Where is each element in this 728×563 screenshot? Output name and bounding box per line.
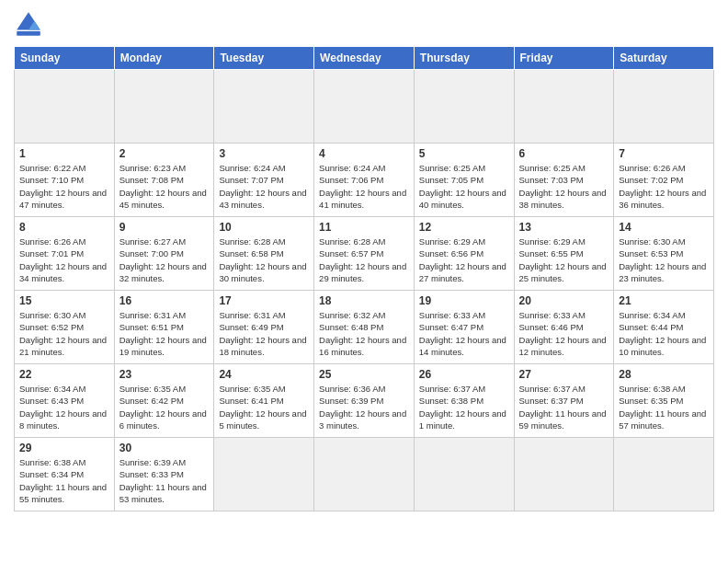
weekday-header: Wednesday — [314, 47, 415, 70]
day-info: Sunrise: 6:24 AM Sunset: 7:06 PM Dayligh… — [319, 162, 409, 211]
weekday-header: Saturday — [614, 47, 714, 70]
calendar-cell — [314, 438, 415, 511]
day-info: Sunrise: 6:36 AM Sunset: 6:39 PM Dayligh… — [319, 383, 409, 431]
day-info: Sunrise: 6:29 AM Sunset: 6:55 PM Dayligh… — [519, 236, 609, 284]
day-info: Sunrise: 6:26 AM Sunset: 7:02 PM Dayligh… — [619, 162, 709, 211]
calendar-cell: 15Sunrise: 6:30 AM Sunset: 6:52 PM Dayli… — [15, 291, 115, 364]
svg-rect-2 — [17, 31, 40, 36]
day-info: Sunrise: 6:28 AM Sunset: 6:57 PM Dayligh… — [319, 236, 409, 284]
day-info: Sunrise: 6:38 AM Sunset: 6:35 PM Dayligh… — [619, 383, 709, 431]
calendar-cell: 6Sunrise: 6:25 AM Sunset: 7:03 PM Daylig… — [514, 144, 614, 217]
calendar-cell — [514, 70, 614, 144]
day-info: Sunrise: 6:38 AM Sunset: 6:34 PM Dayligh… — [19, 456, 109, 505]
day-info: Sunrise: 6:22 AM Sunset: 7:10 PM Dayligh… — [19, 162, 109, 211]
day-info: Sunrise: 6:34 AM Sunset: 6:43 PM Dayligh… — [19, 383, 109, 431]
day-number: 5 — [419, 147, 509, 160]
calendar-cell — [15, 70, 115, 144]
day-info: Sunrise: 6:39 AM Sunset: 6:33 PM Dayligh… — [119, 456, 210, 505]
day-info: Sunrise: 6:30 AM Sunset: 6:52 PM Dayligh… — [19, 309, 109, 358]
day-number: 29 — [19, 442, 109, 454]
day-info: Sunrise: 6:35 AM Sunset: 6:42 PM Dayligh… — [119, 383, 210, 431]
weekday-header: Tuesday — [214, 47, 314, 70]
day-info: Sunrise: 6:33 AM Sunset: 6:47 PM Dayligh… — [419, 309, 509, 358]
weekday-header: Sunday — [15, 47, 115, 70]
day-number: 1 — [19, 147, 109, 160]
calendar-cell: 17Sunrise: 6:31 AM Sunset: 6:49 PM Dayli… — [214, 291, 314, 364]
calendar-cell: 24Sunrise: 6:35 AM Sunset: 6:41 PM Dayli… — [214, 364, 314, 438]
day-number: 27 — [519, 368, 609, 381]
calendar-cell: 12Sunrise: 6:29 AM Sunset: 6:56 PM Dayli… — [414, 217, 514, 291]
calendar-cell — [314, 70, 415, 144]
day-number: 16 — [119, 294, 210, 307]
day-number: 9 — [119, 221, 210, 234]
day-number: 28 — [619, 368, 709, 381]
calendar-cell: 21Sunrise: 6:34 AM Sunset: 6:44 PM Dayli… — [614, 291, 714, 364]
day-info: Sunrise: 6:24 AM Sunset: 7:07 PM Dayligh… — [219, 162, 309, 211]
calendar-cell: 2Sunrise: 6:23 AM Sunset: 7:08 PM Daylig… — [114, 144, 214, 217]
weekday-header: Monday — [114, 47, 214, 70]
day-info: Sunrise: 6:23 AM Sunset: 7:08 PM Dayligh… — [119, 162, 210, 211]
calendar-cell — [214, 70, 314, 144]
calendar-cell: 26Sunrise: 6:37 AM Sunset: 6:38 PM Dayli… — [414, 364, 514, 438]
calendar-cell — [414, 70, 514, 144]
calendar-cell — [614, 70, 714, 144]
day-number: 24 — [219, 368, 309, 381]
calendar-cell: 13Sunrise: 6:29 AM Sunset: 6:55 PM Dayli… — [514, 217, 614, 291]
calendar-cell: 27Sunrise: 6:37 AM Sunset: 6:37 PM Dayli… — [514, 364, 614, 438]
calendar-cell: 19Sunrise: 6:33 AM Sunset: 6:47 PM Dayli… — [414, 291, 514, 364]
calendar-cell — [514, 438, 614, 511]
calendar-cell — [114, 70, 214, 144]
day-number: 8 — [19, 221, 109, 234]
calendar-cell: 1Sunrise: 6:22 AM Sunset: 7:10 PM Daylig… — [15, 144, 115, 217]
day-number: 26 — [419, 368, 509, 381]
weekday-header: Friday — [514, 47, 614, 70]
calendar-cell: 28Sunrise: 6:38 AM Sunset: 6:35 PM Dayli… — [614, 364, 714, 438]
day-number: 18 — [319, 294, 409, 307]
calendar-cell: 7Sunrise: 6:26 AM Sunset: 7:02 PM Daylig… — [614, 144, 714, 217]
calendar-cell: 10Sunrise: 6:28 AM Sunset: 6:58 PM Dayli… — [214, 217, 314, 291]
day-number: 10 — [219, 221, 309, 234]
weekday-header: Thursday — [414, 47, 514, 70]
day-number: 19 — [419, 294, 509, 307]
day-number: 30 — [119, 442, 210, 454]
day-info: Sunrise: 6:37 AM Sunset: 6:38 PM Dayligh… — [419, 383, 509, 431]
calendar-cell: 16Sunrise: 6:31 AM Sunset: 6:51 PM Dayli… — [114, 291, 214, 364]
calendar-cell: 4Sunrise: 6:24 AM Sunset: 7:06 PM Daylig… — [314, 144, 415, 217]
day-info: Sunrise: 6:29 AM Sunset: 6:56 PM Dayligh… — [419, 236, 509, 284]
day-number: 2 — [119, 147, 210, 160]
calendar-cell: 11Sunrise: 6:28 AM Sunset: 6:57 PM Dayli… — [314, 217, 415, 291]
calendar-cell: 8Sunrise: 6:26 AM Sunset: 7:01 PM Daylig… — [15, 217, 115, 291]
calendar-cell: 20Sunrise: 6:33 AM Sunset: 6:46 PM Dayli… — [514, 291, 614, 364]
day-info: Sunrise: 6:31 AM Sunset: 6:49 PM Dayligh… — [219, 309, 309, 358]
day-number: 6 — [519, 147, 609, 160]
day-info: Sunrise: 6:33 AM Sunset: 6:46 PM Dayligh… — [519, 309, 609, 358]
header — [14, 9, 714, 39]
logo — [14, 9, 47, 39]
calendar: SundayMondayTuesdayWednesdayThursdayFrid… — [14, 46, 714, 511]
day-number: 13 — [519, 221, 609, 234]
calendar-cell: 5Sunrise: 6:25 AM Sunset: 7:05 PM Daylig… — [414, 144, 514, 217]
day-info: Sunrise: 6:26 AM Sunset: 7:01 PM Dayligh… — [19, 236, 109, 284]
calendar-cell: 18Sunrise: 6:32 AM Sunset: 6:48 PM Dayli… — [314, 291, 415, 364]
day-info: Sunrise: 6:27 AM Sunset: 7:00 PM Dayligh… — [119, 236, 210, 284]
day-number: 17 — [219, 294, 309, 307]
calendar-cell: 29Sunrise: 6:38 AM Sunset: 6:34 PM Dayli… — [15, 438, 115, 511]
calendar-cell: 9Sunrise: 6:27 AM Sunset: 7:00 PM Daylig… — [114, 217, 214, 291]
day-number: 21 — [619, 294, 709, 307]
calendar-cell — [414, 438, 514, 511]
calendar-cell: 3Sunrise: 6:24 AM Sunset: 7:07 PM Daylig… — [214, 144, 314, 217]
day-number: 25 — [319, 368, 409, 381]
day-info: Sunrise: 6:30 AM Sunset: 6:53 PM Dayligh… — [619, 236, 709, 284]
day-number: 14 — [619, 221, 709, 234]
day-info: Sunrise: 6:32 AM Sunset: 6:48 PM Dayligh… — [319, 309, 409, 358]
day-info: Sunrise: 6:25 AM Sunset: 7:05 PM Dayligh… — [419, 162, 509, 211]
calendar-cell: 23Sunrise: 6:35 AM Sunset: 6:42 PM Dayli… — [114, 364, 214, 438]
day-number: 20 — [519, 294, 609, 307]
day-number: 22 — [19, 368, 109, 381]
calendar-cell — [214, 438, 314, 511]
logo-icon — [14, 9, 43, 39]
day-info: Sunrise: 6:25 AM Sunset: 7:03 PM Dayligh… — [519, 162, 609, 211]
day-info: Sunrise: 6:28 AM Sunset: 6:58 PM Dayligh… — [219, 236, 309, 284]
calendar-cell: 25Sunrise: 6:36 AM Sunset: 6:39 PM Dayli… — [314, 364, 415, 438]
day-number: 4 — [319, 147, 409, 160]
